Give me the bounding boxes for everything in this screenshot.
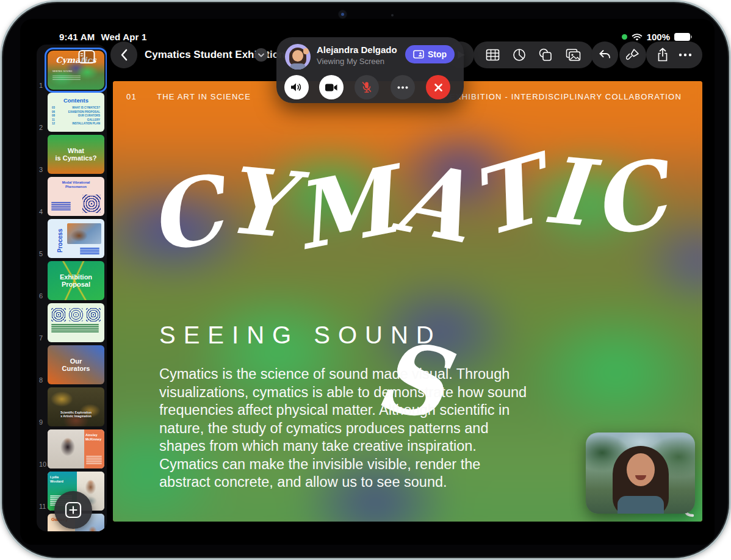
date: Wed Apr 1 — [101, 32, 146, 42]
thumbnail-number: 3 — [39, 166, 43, 173]
plus-icon — [65, 501, 82, 519]
share-more-toolbar — [646, 41, 702, 68]
green-indicator-dot — [622, 34, 627, 40]
slide-page-number: 01 — [126, 92, 137, 101]
slide-navigator: CymaticsSEEING SOUND1Contents03WHAT IS C… — [37, 45, 107, 531]
video-button[interactable] — [319, 75, 344, 99]
add-slide-button[interactable] — [54, 491, 92, 529]
thumbnail-list: CymaticsSEEING SOUND1Contents03WHAT IS C… — [37, 51, 107, 531]
wifi-icon — [632, 33, 643, 41]
slide-thumbnail-6[interactable]: ExhibitionProposal6 — [48, 261, 104, 300]
undo-button[interactable] — [591, 41, 618, 68]
slide-header-right: ENT EXHIBITION - INTERDISCIPLINARY COLLA… — [429, 92, 682, 101]
slide-body-text: Cymatics is the science of sound made vi… — [159, 365, 533, 492]
paintbrush-icon — [626, 48, 639, 62]
stop-sharing-button[interactable]: Stop — [405, 45, 455, 63]
status-indicators: 100% — [622, 32, 690, 42]
caller-name: Alejandra Delgado — [317, 45, 397, 55]
ipad-device-frame: 9:41 AMWed Apr 1 100% Cymatics Student E… — [0, 0, 731, 560]
stage: 9:41 AMWed Apr 1 100% Cymatics Student E… — [0, 0, 731, 560]
speaker-icon — [290, 82, 303, 93]
clock: 9:41 AM — [59, 32, 95, 42]
chevron-left-icon — [120, 49, 128, 61]
thumbnail-number: 9 — [39, 418, 43, 426]
thumbnail-number: 1 — [39, 82, 43, 89]
chevron-down-icon — [258, 53, 264, 57]
cymatics-word-art: CYMATICS — [116, 103, 699, 306]
screen: 9:41 AMWed Apr 1 100% Cymatics Student E… — [20, 19, 715, 545]
chart-icon[interactable] — [513, 48, 526, 62]
table-icon[interactable] — [486, 48, 500, 62]
slide-thumbnail-5[interactable]: Process5 — [48, 219, 104, 258]
shapes-icon[interactable] — [538, 48, 553, 62]
thumbnail-number: 4 — [39, 208, 43, 215]
more-icon[interactable] — [679, 53, 692, 57]
slide-thumbnail-10[interactable]: AinsleyMcKinney10 — [48, 429, 104, 468]
slide-thumbnail-7[interactable]: 7 — [48, 303, 104, 342]
slide-thumbnail-2[interactable]: Contents03WHAT IS CYMATICS?06EXHIBITION … — [48, 93, 104, 132]
slide-thumbnail-8[interactable]: OurCurators8 — [48, 345, 104, 384]
thumbnail-number: 8 — [39, 376, 43, 384]
front-camera — [338, 10, 347, 19]
avatar — [285, 44, 311, 70]
slide-thumbnail-9[interactable]: Scientific Explorationx Artistic Imagina… — [48, 387, 104, 426]
stop-label: Stop — [428, 49, 447, 59]
title-menu-button[interactable] — [254, 48, 268, 62]
media-icon[interactable] — [566, 48, 581, 62]
thumbnail-number: 5 — [39, 250, 43, 257]
slide-heading: SEEING SOUND — [159, 321, 442, 349]
mic-slash-icon — [361, 81, 372, 93]
battery-icon — [674, 33, 690, 41]
sidebar-toggle-button[interactable] — [77, 48, 96, 66]
mic-muted-button[interactable] — [355, 75, 379, 99]
thumbnail-number: 11 — [39, 503, 46, 510]
screen-share-icon — [413, 50, 424, 59]
thumbnail-number: 7 — [39, 334, 43, 342]
facetime-shareplay-banner: Alejandra Delgado Viewing My Screen Stop — [276, 37, 464, 103]
status-time-date: 9:41 AMWed Apr 1 — [59, 32, 153, 42]
slide-thumbnail-1[interactable]: CymaticsSEEING SOUND1 — [48, 51, 104, 90]
sharing-status: Viewing My Screen — [317, 57, 384, 66]
end-call-button[interactable] — [426, 75, 450, 99]
facetime-pip-video[interactable] — [586, 433, 695, 514]
thumbnail-number: 6 — [39, 292, 43, 300]
more-call-options-button[interactable] — [391, 75, 415, 99]
video-camera-icon — [325, 83, 338, 92]
close-x-icon — [434, 83, 443, 92]
battery-percent: 100% — [647, 32, 670, 42]
thumbnail-number: 2 — [39, 124, 43, 131]
slide-header-left: THE ART IN SCIENCE — [157, 92, 251, 101]
mic-hole — [391, 14, 394, 16]
undo-icon — [598, 49, 611, 61]
speaker-button[interactable] — [284, 75, 309, 99]
ellipsis-icon — [397, 86, 408, 89]
thumbnail-number: 10 — [39, 461, 46, 468]
slide-thumbnail-4[interactable]: Modal VibrationalPhenomenon4 — [48, 177, 104, 216]
slide-thumbnail-3[interactable]: Whatis Cymatics?3 — [48, 135, 104, 174]
sidebar-icon — [78, 49, 95, 64]
format-brush-button[interactable] — [619, 41, 646, 68]
back-button[interactable] — [110, 41, 137, 68]
insert-toolbar — [474, 41, 593, 68]
share-icon[interactable] — [657, 48, 669, 62]
